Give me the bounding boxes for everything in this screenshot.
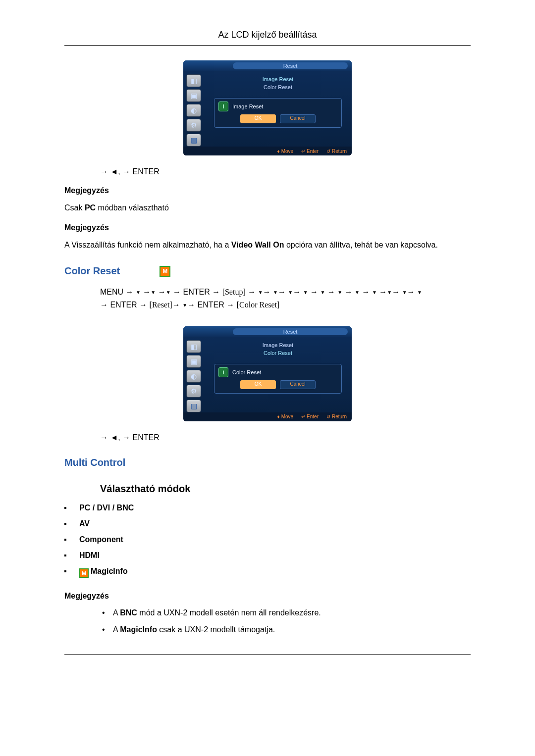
- osd2-side-icons: ◧ ▣ ◐ ⚙ ▤: [183, 337, 204, 412]
- note-heading-1: Megjegyzés: [64, 186, 471, 195]
- info-icon: i: [218, 101, 228, 111]
- heading-color-reset: Color Reset M: [64, 265, 471, 277]
- osd-icon-picture: ▣: [186, 89, 201, 102]
- osd2-footer-return: ↺ Return: [326, 414, 347, 419]
- menu-sequence-color-reset: MENU → → → → ENTER → [Setup] → → → → → →…: [100, 286, 471, 311]
- info-icon: i: [218, 367, 228, 377]
- osd-icon-sound: ◐: [186, 104, 201, 117]
- mode-magicinfo: MMagicInfo: [64, 567, 471, 578]
- note-3-list: A BNC mód a UXN-2 modell esetén nem áll …: [100, 608, 471, 634]
- mode-component: Component: [64, 535, 471, 544]
- osd2-item-color-reset: Color Reset: [208, 349, 348, 357]
- osd-screenshot-1: Reset ◧ ▣ ◐ ⚙ ▤ Image Reset Color Reset …: [64, 60, 471, 157]
- osd1-title: Reset: [233, 62, 348, 69]
- page-header-title: Az LCD kijelző beállítása: [64, 30, 471, 40]
- osd1-footer-move: ♦ Move: [277, 149, 294, 154]
- osd2-footer-move: ♦ Move: [277, 414, 294, 419]
- enter-sequence-1: → ◄, → ENTER: [100, 167, 471, 176]
- osd-icon-setup: ⚙: [186, 385, 201, 398]
- magicinfo-icon: M: [160, 266, 170, 277]
- document-page: Az LCD kijelző beállítása Reset ◧ ▣ ◐ ⚙ …: [0, 0, 535, 678]
- osd1-footer-return: ↺ Return: [326, 149, 347, 154]
- osd2-dialog-title: Color Reset: [232, 369, 261, 375]
- note-heading-2: Megjegyzés: [64, 223, 471, 232]
- note-bnc: A BNC mód a UXN-2 modell esetén nem áll …: [100, 608, 471, 617]
- magicinfo-icon: M: [79, 568, 89, 578]
- osd2-ok-button: OK: [240, 380, 276, 389]
- note-heading-3: Megjegyzés: [64, 592, 471, 601]
- osd-icon-input: ◧: [186, 340, 201, 353]
- osd-icon-multi: ▤: [186, 134, 201, 147]
- note-magicinfo: A MagicInfo csak a UXN-2 modellt támogat…: [100, 625, 471, 634]
- mode-list: PC / DVI / BNC AV Component HDMI MMagicI…: [64, 504, 471, 578]
- osd-screenshot-2: Reset ◧ ▣ ◐ ⚙ ▤ Image Reset Color Reset …: [64, 326, 471, 423]
- note-2-text: A Visszaállítás funkció nem alkalmazható…: [64, 239, 471, 251]
- osd1-footer-enter: ↵ Enter: [301, 149, 319, 154]
- osd-icon-sound: ◐: [186, 370, 201, 383]
- osd2-footer-enter: ↵ Enter: [301, 414, 319, 419]
- heading-available-modes: Választható módok: [100, 483, 471, 495]
- osd2-title: Reset: [233, 328, 348, 335]
- osd1-cancel-button: Cancel: [280, 114, 316, 123]
- heading-multi-control: Multi Control: [64, 457, 471, 468]
- osd2-item-image-reset: Image Reset: [208, 341, 348, 349]
- osd1-item-image-reset: Image Reset: [208, 75, 348, 83]
- osd1-footer: ♦ Move ↵ Enter ↺ Return: [183, 147, 352, 155]
- osd1-dialog: i Image Reset OK Cancel: [214, 98, 342, 128]
- osd-icon-setup: ⚙: [186, 119, 201, 132]
- osd1-side-icons: ◧ ▣ ◐ ⚙ ▤: [183, 71, 204, 147]
- osd-icon-picture: ▣: [186, 355, 201, 368]
- osd-icon-multi: ▤: [186, 400, 201, 412]
- header-rule: [64, 45, 471, 46]
- osd1-ok-button: OK: [240, 114, 276, 123]
- osd1-dialog-title: Image Reset: [232, 103, 263, 109]
- osd1-item-color-reset: Color Reset: [208, 83, 348, 91]
- note-1-text: Csak PC módban választható: [64, 202, 471, 213]
- osd-icon-input: ◧: [186, 74, 201, 87]
- mode-av: AV: [64, 519, 471, 528]
- mode-pc-dvi-bnc: PC / DVI / BNC: [64, 504, 471, 512]
- footer-rule: [64, 654, 471, 655]
- osd2-dialog: i Color Reset OK Cancel: [214, 364, 342, 394]
- enter-sequence-2: → ◄, → ENTER: [100, 433, 471, 442]
- mode-hdmi: HDMI: [64, 551, 471, 560]
- osd2-footer: ♦ Move ↵ Enter ↺ Return: [183, 412, 352, 421]
- osd2-cancel-button: Cancel: [280, 380, 316, 389]
